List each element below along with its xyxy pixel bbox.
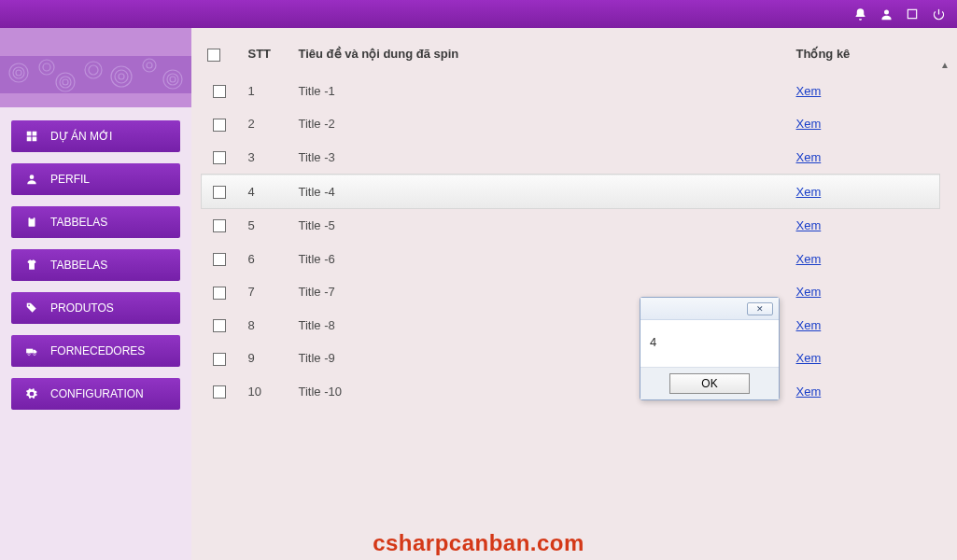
sidebar-item-tabbelas-1[interactable]: TABBELAS <box>11 206 180 238</box>
person-icon <box>24 172 39 187</box>
row-checkbox[interactable] <box>213 253 226 266</box>
svg-point-15 <box>143 59 156 72</box>
view-link[interactable]: Xem <box>796 351 822 365</box>
table-row[interactable]: 2Title -2Xem <box>202 107 940 141</box>
sidebar-item-du-an-moi[interactable]: DỰ ÁN MỚI <box>11 120 180 152</box>
close-icon[interactable]: ✕ <box>747 302 773 315</box>
row-stt: 10 <box>237 375 293 409</box>
table-row[interactable]: 5Title -5Xem <box>202 208 940 242</box>
dialog-footer: OK <box>640 367 779 399</box>
svg-point-8 <box>60 77 71 88</box>
svg-point-3 <box>13 67 24 78</box>
sidebar: DỰ ÁN MỚI PERFIL TABBELAS TABBELAS <box>0 28 191 560</box>
gear-icon <box>24 386 39 401</box>
svg-point-27 <box>28 304 30 306</box>
scroll-up-icon[interactable]: ▲ <box>940 60 950 70</box>
row-checkbox[interactable] <box>213 353 226 366</box>
table-row[interactable]: 10Title -10Xem <box>202 375 940 409</box>
svg-rect-22 <box>27 137 32 142</box>
dialog-titlebar[interactable]: ✕ <box>640 298 779 320</box>
row-title: Title -2 <box>293 107 791 141</box>
row-stt: 5 <box>237 208 293 242</box>
sidebar-item-label: PERFIL <box>50 173 90 186</box>
truck-icon <box>24 343 39 358</box>
row-checkbox[interactable] <box>213 319 226 332</box>
sidebar-item-label: PRODUTOS <box>50 301 114 315</box>
row-checkbox[interactable] <box>213 119 226 132</box>
row-checkbox[interactable] <box>213 219 226 232</box>
row-stt: 9 <box>237 342 293 375</box>
view-link[interactable]: Xem <box>796 385 822 399</box>
tags-icon <box>24 301 39 315</box>
data-table: STT Tiêu đề và nội dung đã spin Thống kê… <box>201 34 940 408</box>
sidebar-item-perfil[interactable]: PERFIL <box>11 163 180 195</box>
user-icon[interactable] <box>879 7 894 21</box>
row-checkbox[interactable] <box>213 186 226 199</box>
svg-point-9 <box>63 79 68 85</box>
grid-icon <box>24 129 39 144</box>
sidebar-item-label: DỰ ÁN MỚI <box>50 130 112 143</box>
table-row[interactable]: 1Title -1Xem <box>202 75 940 108</box>
svg-point-14 <box>119 74 124 79</box>
svg-point-12 <box>111 66 132 87</box>
sidebar-item-produtos[interactable]: PRODUTOS <box>11 292 180 324</box>
row-title: Title -4 <box>293 175 791 209</box>
sidebar-nav: DỰ ÁN MỚI PERFIL TABBELAS TABBELAS <box>0 107 191 423</box>
view-link[interactable]: Xem <box>796 285 822 299</box>
header-checkbox-cell <box>202 34 237 75</box>
row-checkbox[interactable] <box>213 85 226 98</box>
table-row[interactable]: 7Title -7Xem <box>202 275 940 309</box>
row-stt: 2 <box>237 107 293 141</box>
view-link[interactable]: Xem <box>796 150 822 164</box>
svg-point-17 <box>163 70 182 89</box>
svg-rect-28 <box>26 349 33 354</box>
row-checkbox[interactable] <box>213 287 226 300</box>
svg-rect-26 <box>30 217 34 218</box>
row-stt: 7 <box>237 275 293 309</box>
view-link[interactable]: Xem <box>796 218 822 232</box>
sidebar-header <box>0 28 191 107</box>
row-stt: 8 <box>237 309 293 343</box>
power-icon[interactable] <box>931 7 946 21</box>
svg-point-0 <box>884 9 889 14</box>
view-link[interactable]: Xem <box>796 318 822 332</box>
view-link[interactable]: Xem <box>796 185 822 199</box>
window-icon[interactable] <box>905 7 920 21</box>
sidebar-item-label: TABBELAS <box>50 216 107 229</box>
svg-point-5 <box>39 60 54 75</box>
table-row[interactable]: 9Title -9Xem <box>202 342 940 375</box>
ok-button[interactable]: OK <box>669 373 750 394</box>
sidebar-item-tabbelas-2[interactable]: TABBELAS <box>11 249 180 281</box>
svg-point-18 <box>167 74 178 85</box>
bell-icon[interactable] <box>852 7 867 21</box>
topbar <box>0 0 957 28</box>
table-row[interactable]: 8Title -8Xem <box>202 309 940 343</box>
select-all-checkbox[interactable] <box>207 49 220 62</box>
shirt-icon <box>24 258 39 273</box>
table-header-row: STT Tiêu đề và nội dung đã spin Thống kê <box>202 34 940 75</box>
header-stats: Thống kê <box>791 34 940 75</box>
svg-point-16 <box>147 63 152 68</box>
sidebar-item-label: FORNECEDORES <box>50 344 145 357</box>
view-link[interactable]: Xem <box>796 252 822 266</box>
sidebar-item-label: TABBELAS <box>50 259 107 272</box>
table-row[interactable]: 3Title -3Xem <box>202 141 940 175</box>
content-area: ▲ STT Tiêu đề và nội dung đã spin Thống … <box>191 28 957 560</box>
sidebar-item-configuration[interactable]: CONFIGURATION <box>11 378 180 410</box>
view-link[interactable]: Xem <box>796 117 822 131</box>
table-row[interactable]: 6Title -6Xem <box>202 242 940 275</box>
message-dialog: ✕ 4 OK <box>640 297 780 400</box>
header-title: Tiêu đề và nội dung đã spin <box>293 34 791 75</box>
svg-point-10 <box>85 62 102 78</box>
svg-point-24 <box>30 175 35 179</box>
table-row[interactable]: 4Title -4Xem <box>202 175 940 209</box>
row-checkbox[interactable] <box>213 151 226 164</box>
row-title: Title -3 <box>293 141 791 175</box>
svg-point-13 <box>115 70 128 83</box>
view-link[interactable]: Xem <box>796 84 822 98</box>
row-stt: 4 <box>237 175 293 209</box>
row-checkbox[interactable] <box>213 385 226 399</box>
row-title: Title -1 <box>293 75 791 108</box>
sidebar-item-fornecedores[interactable]: FORNECEDORES <box>11 335 180 367</box>
svg-point-19 <box>170 77 176 82</box>
